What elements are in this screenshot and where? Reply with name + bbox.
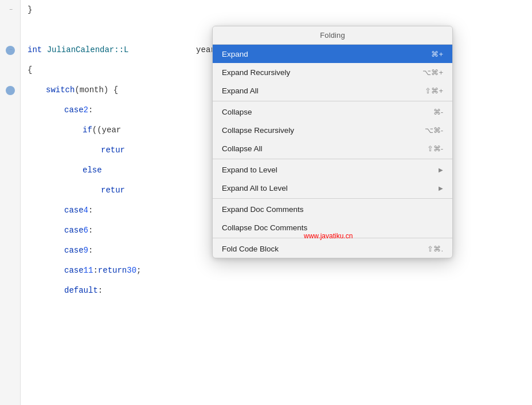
menu-item-expand[interactable]: Expand ⌘+ (213, 45, 452, 63)
menu-item-label: Expand Doc Comments (222, 205, 443, 214)
menu-item-label: Expand Recursively (222, 68, 400, 77)
menu-item-expand-all-to-level[interactable]: Expand All to Level ▶ (213, 179, 452, 197)
menu-item-shortcut: ⇧⌘+ (425, 86, 443, 95)
menu-item-label: Collapse All (222, 144, 404, 153)
menu-item-label: Expand All (222, 86, 402, 95)
breakpoint[interactable] (6, 86, 15, 95)
menu-item-collapse-all[interactable]: Collapse All ⇧⌘- (213, 139, 452, 158)
code-line: default : (23, 281, 532, 301)
menu-item-expand-doc-comments[interactable]: Expand Doc Comments (213, 200, 452, 218)
menu-item-fold-code-block[interactable]: Fold Code Block ⇧⌘. (213, 239, 452, 258)
chevron-right-icon: ▶ (439, 185, 443, 191)
menu-separator (213, 198, 452, 199)
menu-separator (213, 159, 452, 159)
fold-indicator[interactable]: − (7, 6, 15, 14)
menu-item-shortcut: ⌘- (433, 108, 443, 116)
menu-item-label: Collapse Recursively (222, 126, 402, 135)
menu-item-collapse-recursively[interactable]: Collapse Recursively ⌥⌘- (213, 121, 452, 139)
breakpoint[interactable] (6, 46, 15, 55)
menu-item-label: Expand to Level (222, 166, 434, 174)
menu-title: Folding (213, 26, 452, 45)
menu-item-shortcut: ⇧⌘- (427, 144, 443, 153)
menu-item-shortcut: ⇧⌘. (427, 245, 443, 253)
menu-item-shortcut: ⌘+ (431, 50, 443, 58)
code-line: − } (23, 0, 532, 20)
context-menu-overlay: Folding Expand ⌘+ Expand Recursively ⌥⌘+… (212, 26, 453, 258)
menu-separator (213, 101, 452, 101)
menu-item-shortcut: ⌥⌘- (425, 126, 443, 135)
chevron-right-icon: ▶ (439, 167, 443, 173)
menu-item-expand-recursively[interactable]: Expand Recursively ⌥⌘+ (213, 63, 452, 81)
menu-item-label: Collapse Doc Comments (222, 223, 443, 232)
folding-menu: Folding Expand ⌘+ Expand Recursively ⌥⌘+… (212, 26, 453, 258)
menu-item-label: Collapse (222, 108, 410, 116)
watermark: www.javatiku.cn (304, 232, 353, 240)
code-line: case 11 : return 30 ; (23, 261, 532, 281)
menu-item-label: Expand All to Level (222, 184, 434, 192)
menu-item-label: Fold Code Block (222, 245, 404, 253)
menu-item-shortcut: ⌥⌘+ (423, 68, 443, 77)
menu-item-expand-to-level[interactable]: Expand to Level ▶ (213, 160, 452, 179)
menu-item-expand-all[interactable]: Expand All ⇧⌘+ (213, 81, 452, 100)
menu-item-collapse[interactable]: Collapse ⌘- (213, 103, 452, 121)
menu-item-label: Expand (222, 50, 408, 58)
